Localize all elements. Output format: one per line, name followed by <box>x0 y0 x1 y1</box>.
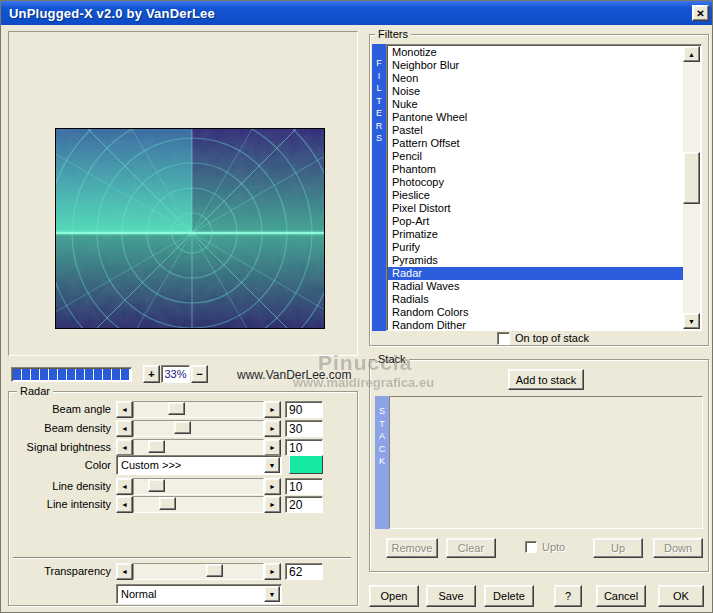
filter-list-item[interactable]: Nuke <box>388 98 683 111</box>
filter-list-item[interactable]: Pieslice <box>388 189 683 202</box>
slider-left-button[interactable]: ◄ <box>116 496 133 513</box>
slider-left-button[interactable]: ◄ <box>116 420 133 437</box>
radar-effect-graphic <box>56 129 324 328</box>
progress-segment <box>76 369 84 380</box>
help-button[interactable]: ? <box>554 585 582 607</box>
slider-thumb[interactable] <box>148 479 165 492</box>
blend-mode-dropdown[interactable]: Normal ▼ <box>116 584 282 604</box>
filter-list-scrollbar[interactable]: ▲ ▼ <box>683 46 700 329</box>
filter-list-item[interactable]: Neighbor Blur <box>388 59 683 72</box>
slider-track[interactable] <box>133 439 264 456</box>
blend-mode-dropdown-button[interactable]: ▼ <box>264 586 280 602</box>
signal-brightness-value-input[interactable] <box>285 439 323 456</box>
arrow-right-icon: ► <box>269 501 276 508</box>
zoom-in-button[interactable]: + <box>143 365 160 383</box>
filter-list-item[interactable]: Neon <box>388 72 683 85</box>
beam-density-label: Beam density <box>11 421 111 436</box>
add-to-stack-button[interactable]: Add to stack <box>508 369 584 390</box>
delete-button[interactable]: Delete <box>484 585 534 607</box>
stack-list[interactable] <box>389 396 703 529</box>
slider-right-button[interactable]: ► <box>264 420 281 437</box>
line-density-value-input[interactable] <box>285 478 323 495</box>
filter-list-item[interactable]: Radials <box>388 293 683 306</box>
filter-list-item[interactable]: Photocopy <box>388 176 683 189</box>
up-button[interactable]: Up <box>593 538 643 558</box>
beam-angle-slider[interactable]: ◄ ► <box>116 401 281 418</box>
slider-thumb[interactable] <box>168 402 185 415</box>
clear-button[interactable]: Clear <box>446 538 496 558</box>
color-dropdown-button[interactable]: ▼ <box>264 457 280 473</box>
titlebar[interactable]: UnPlugged-X v2.0 by VanDerLee <box>1 1 712 25</box>
filter-list-item[interactable]: Monotize <box>388 46 683 59</box>
filter-list-item[interactable]: Pantone Wheel <box>388 111 683 124</box>
slider-left-button[interactable]: ◄ <box>116 439 133 456</box>
slider-right-button[interactable]: ► <box>264 439 281 456</box>
progress-segment <box>121 369 129 380</box>
slider-left-button[interactable]: ◄ <box>116 401 133 418</box>
scroll-up-button[interactable]: ▲ <box>683 46 700 62</box>
zoom-out-button[interactable]: − <box>191 365 208 383</box>
filter-list-item[interactable]: Purify <box>388 241 683 254</box>
filter-list-item[interactable]: Phantom <box>388 163 683 176</box>
slider-thumb[interactable] <box>206 564 223 577</box>
transparency-value-input[interactable] <box>285 563 323 580</box>
banner-letter: I <box>372 70 386 83</box>
banner-letter: T <box>372 95 386 108</box>
beam-density-slider[interactable]: ◄ ► <box>116 420 281 437</box>
remove-button[interactable]: Remove <box>386 538 438 558</box>
signal-brightness-slider[interactable]: ◄ ► <box>116 439 281 456</box>
banner-letter: T <box>375 418 389 431</box>
filter-list-item[interactable]: Pop-Art <box>388 215 683 228</box>
slider-left-button[interactable]: ◄ <box>116 478 133 495</box>
plus-icon: + <box>148 368 154 380</box>
close-button[interactable]: ✕ <box>692 5 709 21</box>
slider-track[interactable] <box>133 420 264 437</box>
radar-preview-image[interactable] <box>55 128 325 329</box>
transparency-slider[interactable]: ◄ ► <box>116 563 281 580</box>
line-density-slider[interactable]: ◄ ► <box>116 478 281 495</box>
filter-list-item[interactable]: Radar <box>388 267 683 280</box>
filter-listbox[interactable]: MonotizeNeighbor BlurNeonNoiseNukePanton… <box>386 44 702 331</box>
filter-list-item[interactable]: Random Colors <box>388 306 683 319</box>
color-dropdown[interactable]: Custom >>> ▼ <box>116 455 282 475</box>
slider-thumb[interactable] <box>159 497 176 510</box>
filter-list-item[interactable]: Pattern Offset <box>388 137 683 150</box>
slider-right-button[interactable]: ► <box>264 563 281 580</box>
filter-list-item[interactable]: Noise <box>388 85 683 98</box>
scroll-down-button[interactable]: ▼ <box>683 313 700 329</box>
ok-button[interactable]: OK <box>658 585 704 607</box>
beam-density-value-input[interactable] <box>285 420 323 437</box>
filter-list-item[interactable]: Pencil <box>388 150 683 163</box>
progress-segment <box>85 369 93 380</box>
slider-right-button[interactable]: ► <box>264 478 281 495</box>
line-intensity-value-input[interactable] <box>285 496 323 513</box>
scroll-thumb[interactable] <box>683 152 700 204</box>
vendor-website-link[interactable]: www.VanDerLee.com <box>237 368 352 382</box>
line-intensity-slider[interactable]: ◄ ► <box>116 496 281 513</box>
slider-right-button[interactable]: ► <box>264 496 281 513</box>
open-button[interactable]: Open <box>369 585 419 607</box>
down-button[interactable]: Down <box>653 538 703 558</box>
slider-left-button[interactable]: ◄ <box>116 563 133 580</box>
color-swatch[interactable] <box>289 455 323 474</box>
slider-right-button[interactable]: ► <box>264 401 281 418</box>
upto-checkbox[interactable] <box>525 541 537 553</box>
banner-letter: L <box>372 82 386 95</box>
filter-list-item[interactable]: Radial Waves <box>388 280 683 293</box>
filter-list-item[interactable]: Pyramids <box>388 254 683 267</box>
on-top-of-stack-checkbox[interactable] <box>497 332 510 345</box>
cancel-button[interactable]: Cancel <box>596 585 646 607</box>
slider-track[interactable] <box>133 563 264 580</box>
slider-thumb[interactable] <box>148 440 165 453</box>
slider-thumb[interactable] <box>174 421 191 434</box>
filter-list-item[interactable]: Pixel Distort <box>388 202 683 215</box>
slider-track[interactable] <box>133 496 264 513</box>
filter-list-item[interactable]: Random Dither <box>388 319 683 331</box>
save-button[interactable]: Save <box>426 585 476 607</box>
beam-angle-value-input[interactable] <box>285 401 323 418</box>
slider-track[interactable] <box>133 478 264 495</box>
filter-list-item[interactable]: Primatize <box>388 228 683 241</box>
slider-track[interactable] <box>133 401 264 418</box>
arrow-left-icon: ◄ <box>121 425 128 432</box>
filter-list-item[interactable]: Pastel <box>388 124 683 137</box>
